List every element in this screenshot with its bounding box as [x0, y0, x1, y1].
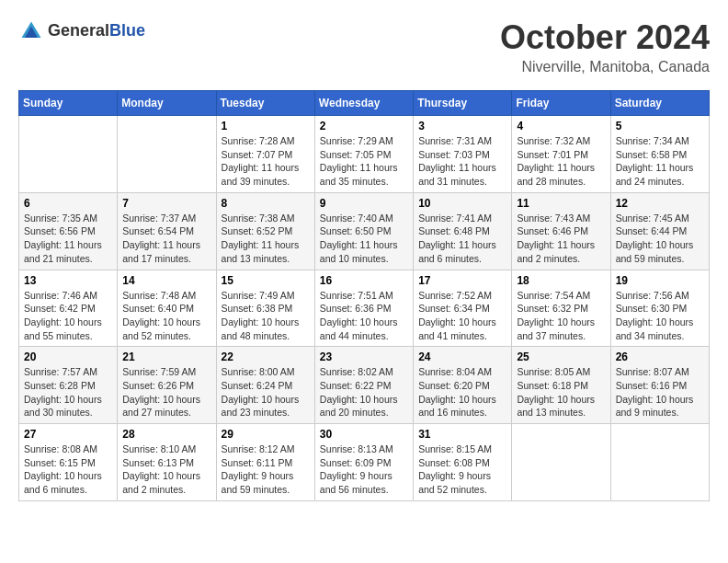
day-number: 15	[222, 274, 310, 287]
day-number: 5	[616, 120, 704, 132]
calendar-cell: 7Sunrise: 7:37 AM Sunset: 6:54 PM Daylig…	[118, 192, 216, 270]
day-info: Sunrise: 8:13 AM Sunset: 6:09 PM Dayligh…	[320, 442, 408, 497]
day-number: 19	[616, 274, 704, 287]
day-number: 24	[418, 350, 506, 363]
day-info: Sunrise: 8:10 AM Sunset: 6:13 PM Dayligh…	[122, 442, 210, 497]
col-saturday: Saturday	[610, 91, 709, 116]
day-info: Sunrise: 8:12 AM Sunset: 6:11 PM Dayligh…	[222, 442, 310, 497]
day-number: 17	[418, 274, 506, 287]
day-info: Sunrise: 7:37 AM Sunset: 6:54 PM Dayligh…	[122, 212, 210, 266]
day-info: Sunrise: 7:51 AM Sunset: 6:36 PM Dayligh…	[320, 289, 408, 343]
calendar-cell: 9Sunrise: 7:40 AM Sunset: 6:50 PM Daylig…	[314, 192, 413, 270]
day-info: Sunrise: 7:38 AM Sunset: 6:52 PM Dayligh…	[222, 212, 310, 266]
day-info: Sunrise: 7:59 AM Sunset: 6:26 PM Dayligh…	[122, 365, 210, 419]
calendar-cell: 19Sunrise: 7:56 AM Sunset: 6:30 PM Dayli…	[610, 270, 709, 347]
day-number: 11	[517, 197, 605, 210]
day-info: Sunrise: 7:43 AM Sunset: 6:46 PM Dayligh…	[517, 212, 605, 266]
calendar-cell: 16Sunrise: 7:51 AM Sunset: 6:36 PM Dayli…	[314, 270, 413, 347]
calendar-header-row: Sunday Monday Tuesday Wednesday Thursday…	[19, 91, 710, 116]
calendar-cell: 28Sunrise: 8:10 AM Sunset: 6:13 PM Dayli…	[118, 424, 216, 501]
day-info: Sunrise: 7:46 AM Sunset: 6:42 PM Dayligh…	[24, 289, 112, 343]
location-title: Niverville, Manitoba, Canada	[500, 59, 710, 75]
day-number: 9	[320, 197, 408, 210]
calendar-cell: 25Sunrise: 8:05 AM Sunset: 6:18 PM Dayli…	[512, 347, 610, 424]
calendar-week-1: 1Sunrise: 7:28 AM Sunset: 7:07 PM Daylig…	[19, 116, 710, 193]
day-info: Sunrise: 8:05 AM Sunset: 6:18 PM Dayligh…	[517, 365, 605, 419]
day-number: 6	[24, 197, 112, 210]
day-number: 2	[320, 120, 408, 132]
calendar-week-3: 13Sunrise: 7:46 AM Sunset: 6:42 PM Dayli…	[19, 270, 710, 347]
title-block: October 2024 Niverville, Manitoba, Canad…	[500, 18, 710, 75]
day-number: 20	[24, 350, 112, 363]
col-friday: Friday	[512, 91, 610, 116]
day-info: Sunrise: 7:52 AM Sunset: 6:34 PM Dayligh…	[418, 289, 506, 343]
calendar-cell: 2Sunrise: 7:29 AM Sunset: 7:05 PM Daylig…	[314, 116, 413, 193]
day-number: 13	[24, 274, 112, 287]
calendar-cell: 14Sunrise: 7:48 AM Sunset: 6:40 PM Dayli…	[118, 270, 216, 347]
day-info: Sunrise: 8:07 AM Sunset: 6:16 PM Dayligh…	[616, 365, 704, 419]
calendar-cell: 3Sunrise: 7:31 AM Sunset: 7:03 PM Daylig…	[414, 116, 512, 193]
day-number: 12	[616, 197, 704, 210]
day-number: 25	[517, 350, 605, 363]
calendar-cell: 26Sunrise: 8:07 AM Sunset: 6:16 PM Dayli…	[610, 347, 709, 424]
day-info: Sunrise: 7:29 AM Sunset: 7:05 PM Dayligh…	[320, 134, 408, 189]
day-info: Sunrise: 7:35 AM Sunset: 6:56 PM Dayligh…	[24, 212, 112, 266]
day-number: 14	[122, 274, 210, 287]
calendar-cell: 15Sunrise: 7:49 AM Sunset: 6:38 PM Dayli…	[216, 270, 314, 347]
calendar-cell: 30Sunrise: 8:13 AM Sunset: 6:09 PM Dayli…	[314, 424, 413, 501]
day-number: 31	[418, 428, 506, 441]
col-tuesday: Tuesday	[216, 91, 314, 116]
day-number: 4	[517, 120, 605, 132]
day-info: Sunrise: 8:04 AM Sunset: 6:20 PM Dayligh…	[418, 365, 506, 419]
calendar-cell: 20Sunrise: 7:57 AM Sunset: 6:28 PM Dayli…	[19, 347, 118, 424]
day-number: 22	[222, 350, 310, 363]
calendar-cell: 29Sunrise: 8:12 AM Sunset: 6:11 PM Dayli…	[216, 424, 314, 501]
calendar-cell: 10Sunrise: 7:41 AM Sunset: 6:48 PM Dayli…	[414, 192, 512, 270]
calendar-table: Sunday Monday Tuesday Wednesday Thursday…	[18, 90, 710, 501]
logo-general: General	[48, 21, 109, 40]
day-number: 30	[320, 428, 408, 441]
calendar-cell: 6Sunrise: 7:35 AM Sunset: 6:56 PM Daylig…	[19, 192, 118, 270]
page-header: GeneralBlue October 2024 Niverville, Man…	[18, 18, 710, 75]
day-info: Sunrise: 7:31 AM Sunset: 7:03 PM Dayligh…	[418, 134, 506, 189]
day-info: Sunrise: 7:54 AM Sunset: 6:32 PM Dayligh…	[517, 289, 605, 343]
day-number: 27	[24, 428, 112, 441]
month-title: October 2024	[500, 18, 710, 57]
calendar-week-4: 20Sunrise: 7:57 AM Sunset: 6:28 PM Dayli…	[19, 347, 710, 424]
calendar-week-5: 27Sunrise: 8:08 AM Sunset: 6:15 PM Dayli…	[19, 424, 710, 501]
calendar-cell: 18Sunrise: 7:54 AM Sunset: 6:32 PM Dayli…	[512, 270, 610, 347]
calendar-cell: 23Sunrise: 8:02 AM Sunset: 6:22 PM Dayli…	[314, 347, 413, 424]
col-sunday: Sunday	[19, 91, 118, 116]
day-number: 18	[517, 274, 605, 287]
day-number: 3	[418, 120, 506, 132]
day-info: Sunrise: 7:48 AM Sunset: 6:40 PM Dayligh…	[122, 289, 210, 343]
calendar-week-2: 6Sunrise: 7:35 AM Sunset: 6:56 PM Daylig…	[19, 192, 710, 270]
day-number: 28	[122, 428, 210, 441]
day-number: 26	[616, 350, 704, 363]
day-info: Sunrise: 7:57 AM Sunset: 6:28 PM Dayligh…	[24, 365, 112, 419]
calendar-cell: 8Sunrise: 7:38 AM Sunset: 6:52 PM Daylig…	[216, 192, 314, 270]
calendar-cell	[512, 424, 610, 501]
day-number: 10	[418, 197, 506, 210]
calendar-cell: 1Sunrise: 7:28 AM Sunset: 7:07 PM Daylig…	[216, 116, 314, 193]
calendar-cell: 24Sunrise: 8:04 AM Sunset: 6:20 PM Dayli…	[414, 347, 512, 424]
day-info: Sunrise: 7:45 AM Sunset: 6:44 PM Dayligh…	[616, 212, 704, 266]
logo-blue: Blue	[109, 21, 145, 40]
day-number: 8	[222, 197, 310, 210]
day-number: 16	[320, 274, 408, 287]
calendar-cell: 17Sunrise: 7:52 AM Sunset: 6:34 PM Dayli…	[414, 270, 512, 347]
col-thursday: Thursday	[414, 91, 512, 116]
logo: GeneralBlue	[18, 18, 145, 44]
day-number: 1	[222, 120, 310, 132]
calendar-cell: 11Sunrise: 7:43 AM Sunset: 6:46 PM Dayli…	[512, 192, 610, 270]
calendar-cell	[610, 424, 709, 501]
day-number: 29	[222, 428, 310, 441]
col-wednesday: Wednesday	[314, 91, 413, 116]
calendar-cell: 22Sunrise: 8:00 AM Sunset: 6:24 PM Dayli…	[216, 347, 314, 424]
day-info: Sunrise: 8:00 AM Sunset: 6:24 PM Dayligh…	[222, 365, 310, 419]
calendar-cell: 5Sunrise: 7:34 AM Sunset: 6:58 PM Daylig…	[610, 116, 709, 193]
day-info: Sunrise: 7:28 AM Sunset: 7:07 PM Dayligh…	[222, 134, 310, 189]
logo-text: GeneralBlue	[48, 22, 145, 40]
day-number: 21	[122, 350, 210, 363]
day-info: Sunrise: 8:02 AM Sunset: 6:22 PM Dayligh…	[320, 365, 408, 419]
